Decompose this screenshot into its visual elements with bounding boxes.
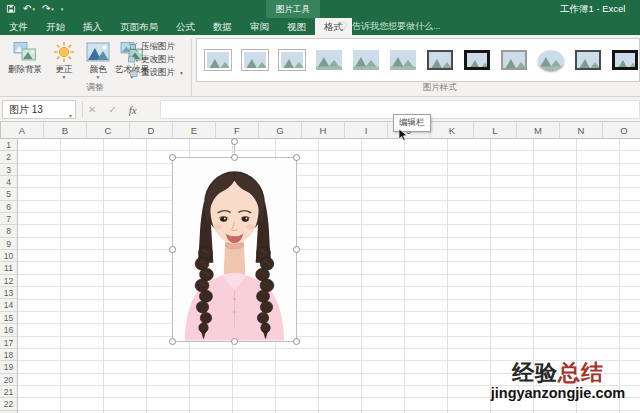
ribbon-format: 删除背景 ▾ 更正 ▾: [0, 35, 640, 97]
rotation-handle[interactable]: [231, 138, 238, 145]
row-header[interactable]: 8: [0, 225, 17, 237]
column-header[interactable]: F: [216, 122, 259, 139]
column-header[interactable]: O: [603, 122, 640, 139]
tell-me-box[interactable]: 告诉我您想要做什么...: [340, 18, 441, 35]
landscape-thumbnail-icon: [353, 50, 379, 70]
ribbon-tab[interactable]: 开始: [37, 18, 74, 35]
column-header[interactable]: H: [302, 122, 345, 139]
ribbon-tab[interactable]: 页面布局: [111, 18, 167, 35]
picture-style-thumbnail[interactable]: [350, 45, 382, 75]
row-header[interactable]: 6: [0, 201, 17, 213]
row-header[interactable]: 20: [0, 374, 17, 386]
ribbon-tab[interactable]: 审阅: [241, 18, 278, 35]
resize-handle-middle-left[interactable]: [169, 246, 176, 253]
row-header[interactable]: 19: [0, 361, 17, 373]
redo-icon[interactable]: ↷▾: [42, 2, 54, 16]
selected-picture[interactable]: [172, 157, 297, 342]
row-header[interactable]: 10: [0, 250, 17, 262]
landscape-thumbnail-icon: [501, 50, 527, 70]
resize-handle-bottom-right[interactable]: [293, 338, 300, 345]
column-header[interactable]: A: [1, 122, 44, 139]
column-header[interactable]: K: [431, 122, 474, 139]
compress-picture-label: 压缩图片: [141, 41, 175, 53]
corrections-button[interactable]: 更正 ▾: [47, 38, 81, 80]
row-header[interactable]: 2: [0, 151, 17, 163]
picture-style-thumbnail[interactable]: [313, 45, 345, 75]
column-header[interactable]: L: [474, 122, 517, 139]
picture-style-thumbnail[interactable]: [572, 45, 604, 75]
color-button[interactable]: 颜色 ▾: [81, 38, 115, 80]
column-header[interactable]: D: [130, 122, 173, 139]
column-header[interactable]: I: [345, 122, 388, 139]
row-header[interactable]: 4: [0, 176, 17, 188]
customize-qat-icon[interactable]: ▾: [61, 2, 64, 16]
column-header[interactable]: M: [517, 122, 560, 139]
picture-styles-group-label: 图片样式: [240, 82, 640, 94]
landscape-thumbnail-icon: [279, 50, 305, 70]
window-title: 工作簿1 - Excel: [560, 0, 625, 18]
row-header[interactable]: 16: [0, 324, 17, 336]
ribbon-tab[interactable]: 插入: [74, 18, 111, 35]
column-header[interactable]: N: [560, 122, 603, 139]
watermark-brand: 经验总结: [484, 361, 632, 385]
compress-picture-button[interactable]: 压缩图片: [128, 40, 190, 53]
row-header[interactable]: 22: [0, 398, 17, 410]
picture-style-thumbnail[interactable]: [609, 45, 640, 75]
row-header[interactable]: 21: [0, 386, 17, 398]
change-picture-button[interactable]: 更改图片: [128, 53, 190, 66]
picture-style-thumbnail[interactable]: [535, 45, 567, 75]
save-icon[interactable]: [6, 4, 16, 14]
row-header[interactable]: 14: [0, 299, 17, 311]
name-box[interactable]: 图片 13 ▾: [2, 100, 76, 119]
resize-handle-top-right[interactable]: [293, 154, 300, 161]
row-header[interactable]: 1: [0, 139, 17, 151]
picture-style-thumbnail[interactable]: [424, 45, 456, 75]
color-label: 颜色: [81, 64, 115, 74]
adjust-small-buttons: 压缩图片 更改图片 重设图片 ▾: [128, 40, 190, 79]
column-header[interactable]: B: [44, 122, 87, 139]
picture-style-thumbnail[interactable]: [461, 45, 493, 75]
cancel-icon[interactable]: ✕: [88, 104, 96, 115]
ribbon-tab[interactable]: 视图: [278, 18, 315, 35]
column-header[interactable]: G: [259, 122, 302, 139]
picture-style-thumbnail[interactable]: [202, 45, 234, 75]
enter-icon[interactable]: ✓: [108, 104, 116, 115]
landscape-thumbnail-icon: [612, 50, 638, 70]
insert-function-icon[interactable]: fx: [129, 104, 137, 116]
row-header[interactable]: 9: [0, 238, 17, 250]
row-header[interactable]: 5: [0, 188, 17, 200]
row-header[interactable]: 13: [0, 287, 17, 299]
corrections-label: 更正: [47, 64, 81, 74]
ribbon-tab[interactable]: 文件: [0, 18, 37, 35]
picture-style-thumbnail[interactable]: [276, 45, 308, 75]
resize-handle-top-middle[interactable]: [231, 154, 238, 161]
picture-style-thumbnail[interactable]: [239, 45, 271, 75]
resize-handle-middle-right[interactable]: [293, 246, 300, 253]
compress-picture-icon: [128, 42, 138, 52]
picture-style-thumbnail[interactable]: [387, 45, 419, 75]
row-header[interactable]: 12: [0, 275, 17, 287]
row-header[interactable]: 11: [0, 262, 17, 274]
row-header[interactable]: 3: [0, 164, 17, 176]
select-all-corner[interactable]: [0, 122, 1, 139]
row-header[interactable]: 15: [0, 312, 17, 324]
ribbon-tab[interactable]: 数据: [204, 18, 241, 35]
picture-style-thumbnail[interactable]: [498, 45, 530, 75]
column-header[interactable]: C: [87, 122, 130, 139]
remove-background-icon: [3, 40, 47, 64]
resize-handle-bottom-left[interactable]: [169, 338, 176, 345]
remove-background-button[interactable]: 删除背景 ▾: [3, 38, 47, 80]
portrait-photo: [173, 158, 296, 341]
undo-icon[interactable]: ↶▾: [23, 2, 35, 16]
row-header[interactable]: 17: [0, 337, 17, 349]
ribbon-tab[interactable]: 公式: [167, 18, 204, 35]
column-header[interactable]: E: [173, 122, 216, 139]
reset-picture-label: 重设图片: [141, 67, 175, 79]
quick-access-toolbar: ↶▾ ↷▾ ▾: [6, 2, 63, 16]
row-header[interactable]: 18: [0, 349, 17, 361]
resize-handle-top-left[interactable]: [169, 154, 176, 161]
reset-picture-button[interactable]: 重设图片 ▾: [128, 66, 190, 79]
row-header[interactable]: 7: [0, 213, 17, 225]
resize-handle-bottom-middle[interactable]: [231, 338, 238, 345]
landscape-thumbnail-icon: [390, 50, 416, 70]
